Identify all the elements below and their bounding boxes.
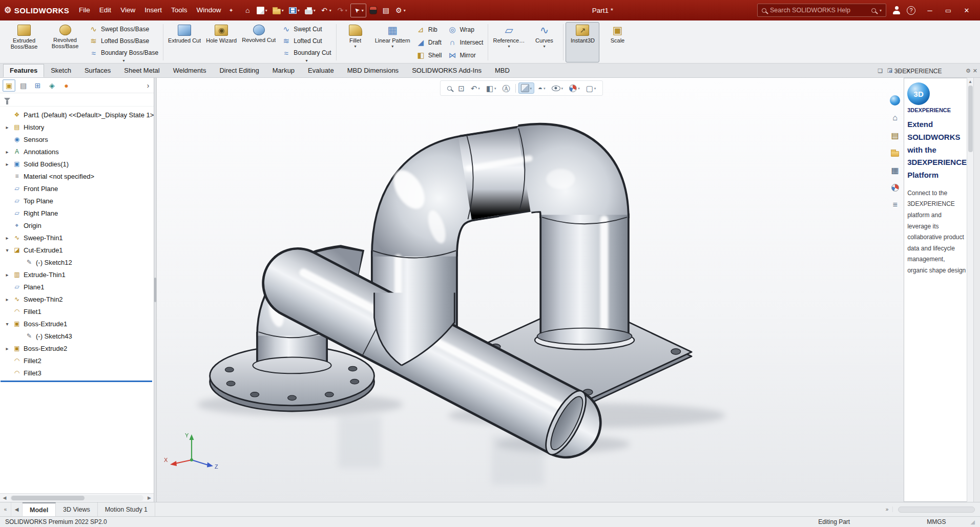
menu-insert[interactable]: Insert [140,4,166,17]
tab-markup[interactable]: Markup [266,64,301,77]
expand-arrow-icon[interactable]: ▸ [4,297,10,302]
expand-arrow-icon[interactable]: ▸ [4,272,10,278]
expand-arrow-icon[interactable]: ▸ [4,161,10,167]
reference-geometry-button[interactable]: ▱Reference Geometry▾ [490,22,527,62]
file-explorer-tab[interactable] [888,146,902,159]
edit-appearance-button[interactable]: ▾ [567,83,582,94]
collapse-arrow-icon[interactable]: ▾ [4,321,10,327]
scrollbar-thumb[interactable] [11,496,85,500]
tab-sheet-metal[interactable]: Sheet Metal [117,64,166,77]
tree-item-right-plane[interactable]: ▱Right Plane [0,207,154,219]
dropdown-caret-icon[interactable]: ▾ [329,8,331,13]
dropdown-caret-icon[interactable]: ▾ [391,45,393,48]
tree-item-material-not-specified[interactable]: ≡Material <not specified> [0,170,154,182]
scroll-left-icon[interactable]: ◀ [0,494,9,502]
tree-item-origin[interactable]: ⌖Origin [0,219,154,231]
tree-item-extrude-thin1[interactable]: ▸▥Extrude-Thin1 [0,268,154,281]
scrollbar-thumb[interactable] [968,86,973,152]
window-restore-icon[interactable]: ▭ [939,3,957,17]
dynamic-annotations-button[interactable]: Ⓐ [500,83,513,94]
bottom-scrollbar[interactable] [898,507,975,513]
tab-weldments[interactable]: Weldments [166,64,213,77]
panel-float-icon[interactable]: ❏ [878,68,883,74]
tree-item-part1-default-default-display-state-1[interactable]: ❖Part1 (Default) <<Default>_Display Stat… [0,109,154,121]
tab-model[interactable]: Model [23,502,56,516]
tree-item-fillet2[interactable]: ◠Fillet2 [0,354,154,367]
tree-item-boss-extrude2[interactable]: ▸▣Boss-Extrude2 [0,342,154,354]
previous-view-button[interactable]: ↶▾ [468,83,483,94]
dropdown-caret-icon[interactable]: ▾ [530,87,532,90]
pipe-base-collar[interactable] [535,328,634,350]
revolved-cut-button[interactable]: Revolved Cut [239,22,278,62]
dropdown-caret-icon[interactable]: ▾ [298,8,300,13]
view-settings-button[interactable]: ▢▾ [583,83,599,94]
open-button[interactable]: ▾ [270,3,286,17]
sign-in-icon[interactable] [892,6,901,14]
dropdown-caret-icon[interactable]: ▾ [87,59,161,62]
zoom-fit-button[interactable] [445,85,454,92]
dimxpertmanager-tab-icon[interactable]: ◈ [46,79,58,92]
swept-cut-button[interactable]: ∿Swept Cut [279,23,333,35]
shell-button[interactable]: ◧Shell [414,49,445,61]
dropdown-caret-icon[interactable]: ▾ [578,87,580,90]
tab-direct-editing[interactable]: Direct Editing [213,64,265,77]
display-style-button[interactable]: ◓▾ [535,83,548,94]
section-view-button[interactable]: ◧▾ [484,83,499,94]
intersect-button[interactable]: ∩Intersect [445,36,486,49]
tree-item-cut-extrude1[interactable]: ▾◪Cut-Extrude1 [0,244,154,256]
dropdown-caret-icon[interactable]: ▾ [478,87,480,90]
solidworks-resources-tab[interactable]: ⌂ [888,112,902,124]
menu-tools[interactable]: Tools [166,4,192,17]
options-button[interactable]: ⚙▾ [393,3,408,17]
tab-mbd-dimensions[interactable]: MBD Dimensions [341,64,405,77]
wrap-button[interactable]: ◎Wrap [445,23,486,36]
dropdown-caret-icon[interactable]: ▾ [543,45,545,48]
tab-evaluate[interactable]: Evaluate [301,64,341,77]
tab-3d-views[interactable]: 3D Views [56,502,98,516]
scroll-right-icon[interactable]: ▶ [144,494,154,502]
rollback-bar[interactable] [1,381,152,382]
curves-button[interactable]: ∿Curves▾ [527,22,561,62]
expand-arrow-icon[interactable]: ▸ [4,235,10,241]
tab-features[interactable]: Features [3,64,44,77]
units-text[interactable]: MMGS [927,518,946,525]
mirror-button[interactable]: ⋈Mirror [445,49,486,61]
filter-icon[interactable] [4,98,10,101]
expand-tabs-icon[interactable]: › [145,81,152,90]
scale-button[interactable]: ▣Scale [600,22,634,62]
dropdown-caret-icon[interactable]: ▾ [345,8,347,13]
graphics-viewport[interactable]: ⊡↶▾◧▾Ⓐ▾◓▾▾▾▢▾ X Y Z [157,78,886,502]
tabs-scroll-left-icon[interactable]: ◀ [11,502,23,516]
redo-button[interactable]: ↷▾ [335,3,349,17]
dropdown-caret-icon[interactable]: ▾ [508,45,510,48]
menu-file[interactable]: File [74,4,95,17]
zoom-area-button[interactable]: ⊡ [455,83,467,94]
rib-button[interactable]: ⊿Rib [414,23,445,36]
dropdown-caret-icon[interactable]: ▾ [314,8,316,13]
window-close-icon[interactable]: ✕ [957,3,976,17]
tree-item-sketch43[interactable]: ✎(-) Sketch43 [0,330,154,342]
search-scope-caret-icon[interactable]: ▾ [880,8,882,13]
collapse-arrow-icon[interactable]: ▾ [4,247,10,253]
dropdown-caret-icon[interactable]: ▾ [594,87,596,90]
search-input[interactable] [770,7,868,14]
tree-item-solid-bodies-1[interactable]: ▸▣Solid Bodies(1) [0,158,154,170]
home-button[interactable]: ⌂ [242,3,254,17]
filter-input[interactable] [14,95,150,105]
tree-item-plane1[interactable]: ▱Plane1 [0,281,154,293]
scrollbar-track[interactable] [10,495,143,501]
design-library-tab[interactable]: ▤ [888,129,902,141]
window-minimize-icon[interactable]: ─ [921,3,939,17]
tree-item-history[interactable]: ▸▤History [0,121,154,133]
tab-surfaces[interactable]: Surfaces [78,64,117,77]
instant3d-button[interactable]: ↗Instant3D [566,22,599,62]
pane-options-gear-icon[interactable]: ⚙ [966,68,971,74]
dropdown-caret-icon[interactable]: ▾ [561,87,564,90]
search-submit-icon[interactable] [871,8,876,13]
tree-item-sweep-thin2[interactable]: ▸∿Sweep-Thin2 [0,293,154,305]
dropdown-caret-icon[interactable]: ▾ [544,87,546,90]
select-button[interactable]: ➤▾ [350,4,366,17]
expand-arrow-icon[interactable]: ▸ [4,124,10,130]
help-icon[interactable]: ? [907,6,915,15]
tree-item-sensors[interactable]: ◉Sensors [0,133,154,145]
